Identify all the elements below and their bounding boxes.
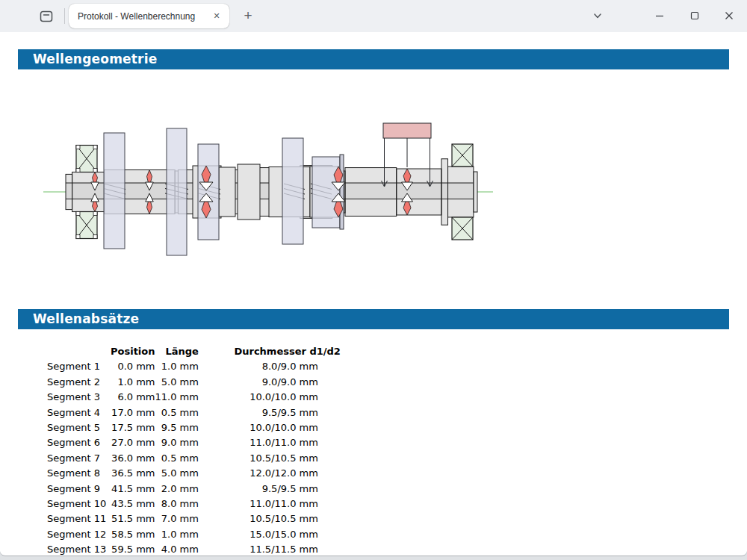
table-header-row: Position Länge Durchmesser d1/d2 (47, 344, 341, 359)
segment-diameter: 11.0/11.0 mm (199, 435, 341, 450)
browser-tab[interactable]: Protokoll - Wellenberechnung ✕ (69, 4, 229, 28)
table-row: Segment 627.0 mm9.0 mm11.0/11.0 mm (47, 435, 341, 450)
segment-position: 51.5 mm (111, 511, 155, 526)
table-row: Segment 517.5 mm9.5 mm10.0/10.0 mm (47, 420, 341, 435)
segment-label: Segment 2 (47, 375, 111, 390)
segment-label: Segment 9 (47, 482, 111, 497)
maximize-icon (689, 10, 700, 21)
segment-length: 1.0 mm (155, 359, 199, 374)
segment-label: Segment 7 (47, 451, 111, 466)
segment-diameter: 9.5/9.5 mm (199, 405, 341, 420)
protocol-page: Wellengeometrie Wellenabsätze Position L… (0, 32, 747, 556)
segment-diameter: 12.0/12.0 mm (199, 466, 341, 481)
gear-2 (167, 128, 187, 255)
gear-4 (282, 138, 303, 244)
segment-length: 11.0 mm (155, 390, 199, 405)
segment-length: 1.0 mm (155, 527, 199, 542)
close-window-button[interactable] (718, 4, 740, 27)
col-header-laenge: Länge (155, 344, 199, 359)
segment-diameter: 11.0/11.0 mm (199, 497, 341, 511)
tab-drawer-icon (39, 9, 54, 24)
segment-length: 7.0 mm (155, 511, 199, 526)
segment-diameter: 10.5/10.5 mm (199, 511, 341, 526)
segment-label: Segment 11 (47, 511, 111, 526)
segment-label: Segment 1 (47, 359, 111, 374)
workspace-icon[interactable] (36, 6, 57, 26)
segment-length: 0.5 mm (155, 405, 199, 420)
table-row: Segment 736.0 mm0.5 mm10.5/10.5 mm (47, 451, 341, 466)
section-title: Wellengeometrie (33, 52, 157, 66)
segment-diameter: 10.0/10.0 mm (199, 390, 341, 405)
segment-position: 0.0 mm (111, 359, 155, 374)
chevron-down-icon (592, 10, 603, 21)
segment-diameter: 9.5/9.5 mm (199, 482, 341, 497)
segment-position: 17.5 mm (111, 420, 155, 435)
segment-position: 36.5 mm (111, 466, 155, 481)
segment-length: 9.0 mm (155, 435, 199, 450)
minimize-icon (654, 10, 665, 21)
gear-1 (104, 133, 125, 249)
segment-label: Segment 4 (47, 405, 111, 420)
browser-tab-bar: Protokoll - Wellenberechnung ✕ + (0, 0, 747, 32)
shoulder-ring (340, 155, 344, 229)
segment-length: 5.0 mm (155, 466, 199, 481)
segment-label: Segment 8 (47, 466, 111, 481)
table-row: Segment 21.0 mm5.0 mm9.0/9.0 mm (47, 375, 341, 390)
segment-label: Segment 12 (47, 527, 111, 542)
segment-label: Segment 3 (47, 390, 111, 405)
segment-position: 43.5 mm (111, 497, 155, 511)
segment-diameter: 10.5/10.5 mm (199, 451, 341, 466)
segment-length: 9.5 mm (155, 420, 199, 435)
table-row: Segment 1151.5 mm7.0 mm10.5/10.5 mm (47, 511, 341, 526)
segment-position: 1.0 mm (111, 375, 155, 390)
segment-diameter: 15.0/15.0 mm (199, 527, 341, 542)
table-row: Segment 417.0 mm0.5 mm9.5/9.5 mm (47, 405, 341, 420)
segment-length: 0.5 mm (155, 451, 199, 466)
segment-diameter: 9.0/9.0 mm (199, 375, 341, 390)
tab-close-icon[interactable]: ✕ (210, 10, 223, 23)
minimize-button[interactable] (648, 4, 671, 27)
segment-label: Segment 5 (47, 420, 111, 435)
segment-position: 41.5 mm (111, 482, 155, 497)
segment-diameter: 11.5/11.5 mm (199, 542, 341, 557)
gear-1 (104, 133, 125, 249)
col-header-empty (47, 344, 111, 359)
shaft-end-ring (474, 172, 477, 212)
section-header-wellengeometrie: Wellengeometrie (18, 49, 729, 69)
segment-diameter: 8.0/9.0 mm (199, 359, 341, 374)
section-title: Wellenabsätze (33, 311, 139, 326)
gear-3 (198, 144, 219, 240)
table-row: Segment 10.0 mm1.0 mm8.0/9.0 mm (47, 359, 341, 374)
gear-4 (282, 138, 303, 244)
segment-label: Segment 10 (47, 497, 111, 511)
table-row: Segment 1359.5 mm4.0 mm11.5/11.5 mm (47, 542, 341, 557)
close-icon (724, 10, 734, 21)
section-header-wellenabsaetze: Wellenabsätze (18, 309, 729, 329)
table-row: Segment 1258.5 mm1.0 mm15.0/15.0 mm (47, 527, 341, 542)
segment-length: 2.0 mm (155, 482, 199, 497)
segment-position: 58.5 mm (111, 527, 155, 542)
tab-list-button[interactable] (586, 4, 609, 27)
table-row: Segment 36.0 mm11.0 mm10.0/10.0 mm (47, 390, 341, 405)
segment-length: 8.0 mm (155, 497, 199, 511)
segment-diameter: 10.0/10.0 mm (199, 420, 341, 435)
segment-length: 5.0 mm (155, 375, 199, 390)
tab-divider (64, 8, 65, 24)
segment-length: 4.0 mm (155, 542, 199, 557)
segment-position: 59.5 mm (111, 542, 155, 557)
maximize-button[interactable] (684, 4, 706, 27)
segment-position: 6.0 mm (111, 390, 155, 405)
new-tab-button[interactable]: + (239, 7, 257, 25)
segment-position: 27.0 mm (111, 435, 155, 450)
gear-5 (312, 157, 340, 228)
segment-position: 17.0 mm (111, 405, 155, 420)
table-row: Segment 1043.5 mm8.0 mm11.0/11.0 mm (47, 497, 341, 511)
gear-2 (167, 128, 187, 255)
table-row: Segment 836.5 mm5.0 mm12.0/12.0 mm (47, 466, 341, 481)
tab-title: Protokoll - Wellenberechnung (78, 11, 210, 22)
segments-table: Position Länge Durchmesser d1/d2 Segment… (47, 344, 341, 558)
col-header-position: Position (111, 344, 155, 359)
segment-label: Segment 13 (47, 542, 111, 557)
table-row: Segment 941.5 mm2.0 mm9.5/9.5 mm (47, 482, 341, 497)
gear-3 (198, 144, 219, 240)
